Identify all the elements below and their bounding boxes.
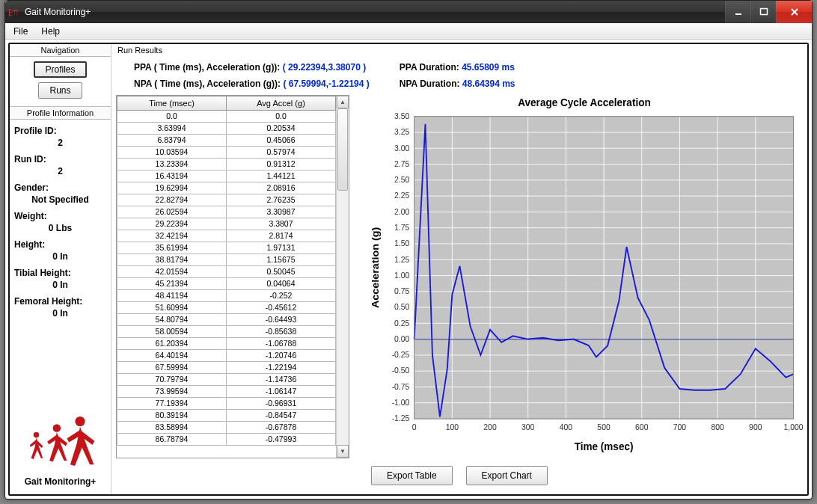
table-cell: 22.82794	[117, 194, 227, 206]
svg-text:2.75: 2.75	[394, 159, 409, 168]
table-cell: -0.85638	[227, 326, 336, 338]
export-chart-button[interactable]: Export Chart	[466, 466, 548, 485]
table-cell: 2.08916	[227, 182, 336, 194]
table-row[interactable]: 70.79794-1.14736	[117, 374, 336, 386]
menu-help[interactable]: Help	[34, 24, 67, 39]
table-cell: 6.83794	[117, 135, 227, 147]
svg-text:1.75: 1.75	[394, 223, 409, 232]
table-row[interactable]: 61.20394-1.06788	[117, 338, 336, 350]
svg-text:200: 200	[483, 422, 496, 431]
gender-label: Gender:	[14, 182, 106, 193]
scroll-up-icon[interactable]: ▲	[337, 96, 349, 108]
height-label: Height:	[14, 239, 106, 250]
table-cell: 0.50045	[227, 266, 336, 278]
table-cell: 0.45066	[227, 135, 336, 147]
table-row[interactable]: 45.213940.04064	[117, 278, 336, 290]
table-cell: 38.81794	[117, 254, 227, 266]
svg-rect-0	[735, 13, 741, 15]
svg-text:0.75: 0.75	[394, 286, 409, 295]
table-cell: 26.02594	[117, 206, 227, 218]
run-results-title: Run Results	[116, 44, 803, 55]
table-row[interactable]: 77.19394-0.96931	[117, 398, 336, 410]
table-cell: 29.22394	[117, 218, 227, 230]
svg-text:700: 700	[673, 422, 686, 431]
svg-text:0.25: 0.25	[394, 318, 409, 327]
table-row[interactable]: 51.60994-0.45612	[117, 302, 336, 314]
ppa-dur-label: PPA Duration:	[400, 62, 459, 73]
walking-figures-icon	[23, 415, 98, 473]
table-row[interactable]: 26.025943.30987	[117, 206, 336, 218]
table-row[interactable]: 73.99594-1.06147	[117, 386, 336, 398]
table-cell: 77.19394	[117, 398, 227, 410]
table-cell: 13.23394	[117, 159, 227, 170]
svg-text:600: 600	[635, 422, 648, 431]
maximize-button[interactable]	[750, 1, 776, 23]
table-cell: 32.42194	[117, 230, 227, 242]
scroll-thumb[interactable]	[337, 108, 348, 191]
table-cell: 45.21394	[117, 278, 227, 290]
table-cell: 0.20534	[227, 123, 336, 135]
table-scrollbar[interactable]: ▲ ▼	[336, 96, 349, 458]
table-row[interactable]: 22.827942.76235	[117, 194, 336, 206]
table-cell: 3.30987	[227, 206, 336, 218]
svg-text:900: 900	[749, 422, 762, 431]
svg-rect-1	[760, 9, 767, 15]
svg-text:Time (msec): Time (msec)	[575, 440, 634, 452]
ppa-label: PPA ( Time (ms), Acceleration (g)):	[134, 62, 280, 73]
svg-text:400: 400	[560, 422, 572, 431]
table-row[interactable]: 35.619941.97131	[117, 242, 336, 254]
table-cell: -0.64493	[227, 314, 336, 326]
menubar: File Help	[5, 23, 812, 40]
table-row[interactable]: 0.00.0	[117, 111, 336, 123]
table-cell: 83.58994	[117, 422, 227, 434]
table-row[interactable]: 38.817941.15675	[117, 254, 336, 266]
run-id-label: Run ID:	[14, 154, 106, 165]
svg-point-3	[52, 424, 61, 432]
close-button[interactable]	[776, 1, 812, 23]
export-table-button[interactable]: Export Table	[371, 466, 453, 485]
col-accel[interactable]: Avg Accel (g)	[227, 96, 336, 111]
table-cell: -1.06788	[227, 338, 336, 350]
table-row[interactable]: 48.41194-0.252	[117, 290, 336, 302]
table-cell: 16.43194	[117, 170, 227, 182]
table-row[interactable]: 10.035940.57974	[117, 147, 336, 159]
profiles-button[interactable]: Profiles	[34, 61, 86, 78]
table-cell: 2.76235	[227, 194, 336, 206]
svg-text:3.00: 3.00	[394, 143, 409, 152]
table-row[interactable]: 3.639940.20534	[117, 123, 336, 135]
table-cell: -0.47993	[227, 434, 336, 446]
col-time[interactable]: Time (msec)	[117, 96, 227, 111]
height-value: 0 In	[14, 250, 106, 265]
table-row[interactable]: 32.421942.8174	[117, 230, 336, 242]
table-row[interactable]: 16.431941.44121	[117, 170, 336, 182]
table-row[interactable]: 67.59994-1.22194	[117, 362, 336, 374]
nav-title: Navigation	[10, 44, 111, 57]
npa-label: NPA ( Time (ms), Acceleration (g)):	[134, 79, 281, 89]
table-row[interactable]: 6.837940.45066	[117, 135, 336, 147]
svg-text:300: 300	[521, 422, 534, 431]
runs-button[interactable]: Runs	[38, 82, 82, 99]
scroll-down-icon[interactable]: ▼	[337, 445, 349, 458]
titlebar[interactable]: 𐎮 Gait Monitoring+	[5, 1, 812, 23]
logo-label: Gait Monitoring+	[13, 476, 108, 487]
table-cell: 61.20394	[117, 338, 227, 350]
svg-text:800: 800	[711, 422, 723, 431]
svg-text:-0.50: -0.50	[392, 366, 410, 375]
weight-value: 0 Lbs	[14, 221, 106, 236]
table-row[interactable]: 54.80794-0.64493	[117, 314, 336, 326]
table-row[interactable]: 64.40194-1.20746	[117, 350, 336, 362]
table-row[interactable]: 13.233940.91312	[117, 159, 336, 170]
minimize-button[interactable]	[725, 1, 750, 23]
table-row[interactable]: 83.58994-0.67878	[117, 422, 336, 434]
table-row[interactable]: 58.00594-0.85638	[117, 326, 336, 338]
menu-file[interactable]: File	[7, 24, 34, 39]
table-row[interactable]: 29.223943.3807	[117, 218, 336, 230]
table-row[interactable]: 80.39194-0.84547	[117, 410, 336, 422]
table-row[interactable]: 86.78794-0.47993	[117, 434, 336, 446]
table-row[interactable]: 42.015940.50045	[117, 266, 336, 278]
table-row[interactable]: 19.629942.08916	[117, 182, 336, 194]
summary: PPA ( Time (ms), Acceleration (g)): ( 29…	[116, 55, 803, 93]
svg-text:1.25: 1.25	[394, 254, 409, 263]
svg-text:3.25: 3.25	[394, 127, 409, 136]
sidebar: Navigation Profiles Runs Profile Informa…	[10, 44, 111, 494]
